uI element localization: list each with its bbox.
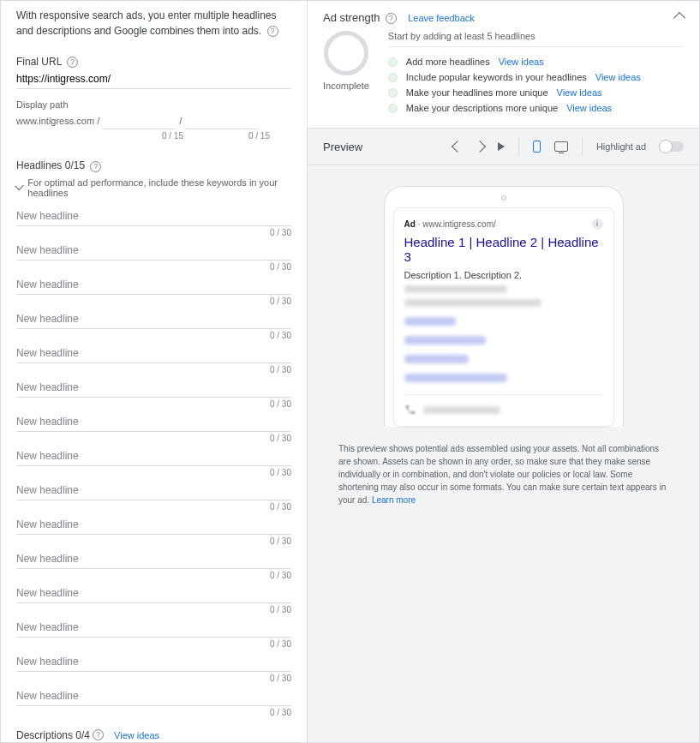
headline-input[interactable] — [16, 477, 291, 500]
headline-count: 0 / 30 — [16, 535, 291, 546]
display-path-base: www.intigress.com / — [16, 116, 99, 129]
headline-count: 0 / 30 — [16, 398, 291, 409]
leave-feedback-link[interactable]: Leave feedback — [408, 13, 475, 23]
strength-ring-icon — [324, 31, 368, 75]
display-path-1-count: 0 / 15 — [111, 131, 183, 141]
ad-description-preview: Description 1. Description 2. — [404, 269, 603, 307]
headline-count: 0 / 30 — [16, 569, 291, 580]
description-input[interactable] — [16, 741, 291, 742]
device-desktop-button[interactable] — [554, 141, 568, 152]
headline-input[interactable] — [16, 409, 291, 432]
ad-form-panel: With responsive search ads, you enter mu… — [1, 1, 308, 742]
descriptions-view-ideas-link[interactable]: View ideas — [114, 730, 159, 740]
strength-idea-item: Add more headlinesView ideas — [388, 54, 684, 69]
phone-preview-frame: Ad · www.intigress.com/ i Headline 1 | H… — [384, 186, 624, 427]
headline-count: 0 / 30 — [16, 706, 291, 717]
headline-input[interactable] — [16, 306, 291, 329]
display-path-2-count: 0 / 15 — [197, 131, 270, 141]
headline-count: 0 / 30 — [16, 363, 291, 374]
headlines-tip-toggle[interactable]: For optimal ad performance, include thes… — [1, 172, 307, 203]
ad-strength-section: Ad strength ? Leave feedback Incomplete … — [308, 1, 699, 129]
help-icon[interactable]: ? — [386, 13, 397, 24]
headline-input[interactable] — [16, 237, 291, 261]
help-icon[interactable]: ? — [267, 26, 278, 37]
phone-camera-icon — [501, 195, 506, 201]
view-ideas-link[interactable]: View ideas — [595, 72, 641, 82]
chevron-down-icon — [15, 181, 24, 190]
phone-icon — [404, 404, 416, 416]
headline-input[interactable] — [16, 374, 291, 398]
view-ideas-link[interactable]: View ideas — [557, 87, 602, 98]
view-ideas-link[interactable]: View ideas — [566, 103, 612, 113]
highlight-ad-toggle[interactable] — [660, 141, 684, 152]
preview-next-button[interactable] — [474, 141, 486, 153]
display-path-label: Display path — [16, 99, 291, 110]
learn-more-link[interactable]: Learn more — [372, 495, 416, 505]
status-dot-icon — [388, 104, 398, 113]
headline-input[interactable] — [16, 683, 291, 706]
headline-input[interactable] — [16, 203, 291, 226]
divider — [518, 137, 519, 156]
highlight-ad-label: Highlight ad — [596, 141, 646, 152]
headline-input[interactable] — [16, 443, 291, 466]
status-dot-icon — [388, 88, 398, 98]
status-dot-icon — [388, 73, 398, 82]
help-icon[interactable]: ? — [67, 57, 78, 68]
preview-disclaimer: This preview shows potential ads assembl… — [338, 442, 668, 506]
status-dot-icon — [388, 57, 398, 67]
headline-count: 0 / 30 — [16, 638, 291, 649]
headline-count: 0 / 30 — [16, 672, 291, 683]
final-url-label: Final URL ? — [16, 56, 291, 68]
headline-count: 0 / 30 — [16, 295, 291, 306]
help-icon[interactable]: ? — [93, 729, 104, 740]
headline-input[interactable] — [16, 580, 291, 603]
strength-idea-item: Make your headlines more uniqueView idea… — [388, 85, 684, 100]
headline-input[interactable] — [16, 649, 291, 672]
view-ideas-link[interactable]: View ideas — [499, 57, 544, 67]
ad-preview-card: Ad · www.intigress.com/ i Headline 1 | H… — [393, 207, 614, 427]
device-mobile-button[interactable] — [533, 141, 541, 153]
headline-count: 0 / 30 — [16, 432, 291, 443]
headline-count: 0 / 30 — [16, 226, 291, 237]
strength-idea-item: Make your descriptions more uniqueView i… — [388, 100, 684, 116]
headline-input[interactable] — [16, 512, 291, 535]
headline-input[interactable] — [16, 340, 291, 363]
strength-intro: Start by adding at least 5 headlines — [388, 31, 684, 47]
info-icon[interactable]: i — [592, 219, 603, 230]
strength-status: Incomplete — [323, 81, 369, 91]
final-url-input[interactable] — [16, 68, 291, 89]
headline-input[interactable] — [16, 614, 291, 638]
headline-input[interactable] — [16, 272, 291, 295]
preview-panel: Ad strength ? Leave feedback Incomplete … — [308, 1, 699, 742]
preview-play-button[interactable] — [498, 142, 505, 151]
ad-strength-title: Ad strength — [323, 11, 380, 24]
ad-headline-preview: Headline 1 | Headline 2 | Headline 3 — [404, 235, 603, 264]
headline-count: 0 / 30 — [16, 261, 291, 272]
headline-count: 0 / 30 — [16, 466, 291, 477]
preview-title: Preview — [323, 141, 362, 153]
descriptions-label: Descriptions 0/4 ? View ideas — [1, 729, 307, 741]
display-path-1-input[interactable] — [103, 111, 176, 129]
strength-idea-item: Include popular keywords in your headlin… — [388, 69, 684, 85]
preview-toolbar: Preview Highlight ad — [308, 129, 699, 165]
intro-text: With responsive search ads, you enter mu… — [1, 1, 307, 49]
display-path-sep: / — [179, 116, 182, 129]
headline-count: 0 / 30 — [16, 329, 291, 340]
headline-input[interactable] — [16, 546, 291, 569]
ad-domain: www.intigress.com/ — [422, 219, 496, 229]
divider — [582, 137, 583, 156]
ad-badge: Ad — [404, 219, 416, 229]
headlines-label: Headlines 0/15 ? — [1, 159, 307, 171]
display-path-2-input[interactable] — [185, 111, 258, 129]
collapse-icon[interactable] — [673, 12, 685, 24]
headline-count: 0 / 30 — [16, 603, 291, 614]
headline-count: 0 / 30 — [16, 500, 291, 512]
preview-prev-button[interactable] — [452, 141, 464, 153]
help-icon[interactable]: ? — [90, 161, 101, 172]
